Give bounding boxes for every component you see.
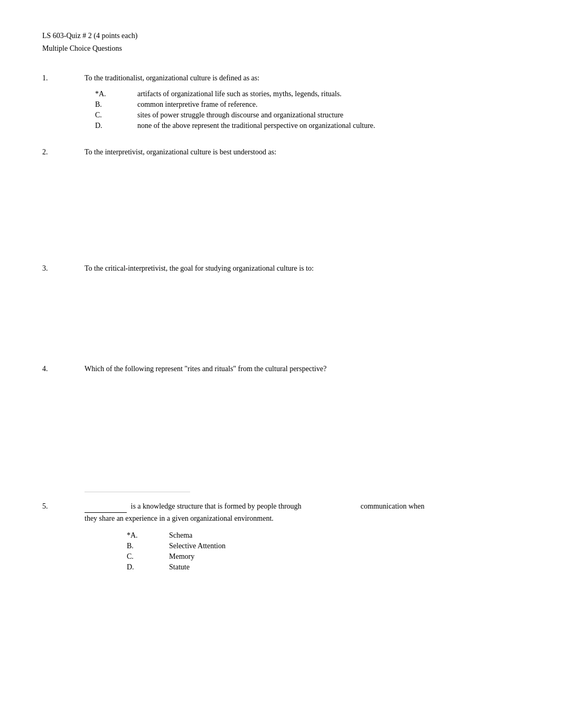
question-5-block: 5. is a knowledge structure that is form…	[42, 501, 519, 572]
question-4-number: 4.	[42, 365, 85, 476]
answer-1a-letter: *A.	[95, 90, 137, 98]
answer-5b-letter: B.	[127, 542, 169, 550]
question-3-text: To the critical-interpretivist, the goal…	[85, 264, 519, 273]
question-1-text: To the traditionalist, organizational cu…	[85, 74, 519, 82]
header-subtitle: Multiple Choice Questions	[42, 44, 519, 53]
question-4-blank	[85, 381, 519, 476]
answer-5d-letter: D.	[127, 563, 169, 572]
answer-5c-text: Memory	[169, 552, 194, 561]
answer-5a: *A. Schema	[127, 531, 519, 540]
answer-5a-letter: *A.	[127, 531, 169, 540]
question-5-number: 5.	[42, 502, 85, 511]
answer-1b: B. common interpretive frame of referenc…	[95, 100, 519, 109]
question-2: 2. To the interpretivist, organizational…	[42, 148, 519, 248]
question-4-content: Which of the following represent "rites …	[85, 365, 519, 476]
header-title: LS 603-Quiz # 2 (4 points each)	[42, 32, 519, 40]
question-3-blank	[85, 280, 519, 349]
question-5-continuation: they share an experience in a given orga…	[85, 513, 519, 524]
answer-1b-letter: B.	[95, 100, 137, 109]
question-3-number: 3.	[42, 264, 85, 349]
question-1-content: To the traditionalist, organizational cu…	[85, 74, 519, 132]
answer-5d: D. Statute	[127, 563, 519, 572]
question-5-answers: *A. Schema B. Selective Attention C. Mem…	[42, 531, 519, 572]
question-2-text: To the interpretivist, organizational cu…	[85, 148, 519, 156]
question-4-text: Which of the following represent "rites …	[85, 365, 519, 373]
question-2-blank	[85, 164, 519, 248]
answer-5b-text: Selective Attention	[169, 542, 226, 550]
answer-5a-text: Schema	[169, 531, 192, 540]
question-5-line: 5. is a knowledge structure that is form…	[42, 501, 519, 513]
answer-1b-text: common interpretive frame of reference.	[137, 100, 519, 109]
answer-1d-text: none of the above represent the traditio…	[137, 122, 519, 130]
question-1-number: 1.	[42, 74, 85, 132]
question-2-content: To the interpretivist, organizational cu…	[85, 148, 519, 248]
answer-1c: C. sites of power struggle through disco…	[95, 111, 519, 119]
section-divider	[85, 492, 190, 492]
question-4: 4. Which of the following represent "rit…	[42, 365, 519, 476]
answer-5c-letter: C.	[127, 552, 169, 561]
question-3-content: To the critical-interpretivist, the goal…	[85, 264, 519, 349]
answer-1a-text: artifacts of organizational life such as…	[137, 90, 519, 98]
answer-5c: C. Memory	[127, 552, 519, 561]
answer-1d-letter: D.	[95, 122, 137, 130]
question-2-number: 2.	[42, 148, 85, 248]
question-5-text: is a knowledge structure that is formed …	[85, 501, 425, 513]
question-1-answers: *A. artifacts of organizational life suc…	[95, 90, 519, 130]
answer-5b: B. Selective Attention	[127, 542, 519, 550]
answer-1c-text: sites of power struggle through discours…	[137, 111, 519, 119]
question-5-blank	[85, 501, 127, 513]
answer-1c-letter: C.	[95, 111, 137, 119]
question-1: 1. To the traditionalist, organizational…	[42, 74, 519, 132]
question-3: 3. To the critical-interpretivist, the g…	[42, 264, 519, 349]
answer-1d: D. none of the above represent the tradi…	[95, 122, 519, 130]
answer-5d-text: Statute	[169, 563, 190, 572]
answer-1a: *A. artifacts of organizational life suc…	[95, 90, 519, 98]
